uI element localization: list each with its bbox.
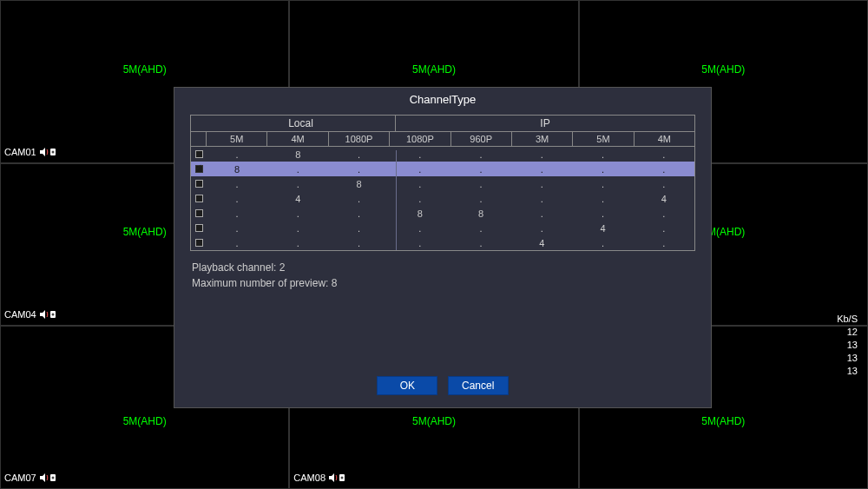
table-cell: . xyxy=(511,223,572,234)
checkbox-icon[interactable] xyxy=(195,224,203,232)
table-cell: . xyxy=(390,179,450,189)
row-checkbox[interactable] xyxy=(191,223,207,234)
checkbox-icon[interactable] xyxy=(195,209,203,217)
table-cell: . xyxy=(573,194,634,204)
speaker-icon xyxy=(39,148,56,158)
svg-point-1 xyxy=(51,150,54,153)
table-cell: . xyxy=(450,194,511,204)
table-cell: . xyxy=(390,194,450,204)
checkbox-icon[interactable] xyxy=(195,239,203,247)
table-cell: . xyxy=(329,194,390,204)
table-cell: . xyxy=(511,149,572,160)
table-cell: . xyxy=(634,179,694,189)
table-row[interactable]: .....4.. xyxy=(191,235,694,250)
group-local: Local xyxy=(207,116,396,131)
resolution-label: 5M(AHD) xyxy=(123,63,167,76)
dialog-buttons: OK Cancel xyxy=(174,376,711,407)
bitrate-value: 12 xyxy=(837,326,858,339)
table-cell: . xyxy=(511,179,572,189)
table-cell: . xyxy=(511,164,572,175)
table-cell: . xyxy=(267,208,328,219)
col-960p: 960P xyxy=(451,132,512,146)
table-cell: . xyxy=(207,149,267,160)
table-cell: . xyxy=(390,164,450,175)
table-cell: . xyxy=(207,238,267,248)
speaker-icon xyxy=(328,473,345,484)
table-cell: . xyxy=(267,179,328,189)
checkbox-icon[interactable] xyxy=(195,165,203,173)
table-row[interactable]: ...88... xyxy=(191,206,694,221)
checkbox-icon[interactable] xyxy=(195,195,203,202)
bitrate-value: 13 xyxy=(837,365,858,378)
resolution-label: 5M(AHD) xyxy=(701,63,745,76)
row-checkbox[interactable] xyxy=(191,164,207,175)
table-row[interactable]: 8....... xyxy=(191,162,694,176)
svg-point-3 xyxy=(51,314,54,316)
resolution-label: 5M(AHD) xyxy=(701,415,745,427)
resolution-label: 5M(AHD) xyxy=(412,415,456,427)
table-cell: . xyxy=(634,164,694,175)
row-checkbox[interactable] xyxy=(191,208,207,219)
row-checkbox[interactable] xyxy=(191,194,207,204)
table-cell: . xyxy=(450,223,511,234)
table-cell: . xyxy=(207,223,267,234)
checkbox-icon[interactable] xyxy=(195,180,203,188)
camera-label: CAM07 xyxy=(4,472,56,484)
camera-label: CAM01 xyxy=(4,147,56,158)
row-checkbox[interactable] xyxy=(191,179,207,189)
resolution-label: 5M(AHD) xyxy=(123,226,167,238)
table-cell: . xyxy=(329,223,390,234)
table-row[interactable]: ......4. xyxy=(191,221,694,235)
ok-button[interactable]: OK xyxy=(377,376,437,395)
table-row[interactable]: ..8..... xyxy=(191,176,694,191)
table-cell: . xyxy=(573,208,634,219)
table-cell: . xyxy=(511,194,572,204)
row-checkbox[interactable] xyxy=(191,238,207,248)
preview-info: Maximum number of preview: 8 xyxy=(192,275,694,291)
col-1080p: 1080P xyxy=(329,132,390,146)
table-cell: . xyxy=(207,179,267,189)
table-cell: . xyxy=(634,149,694,160)
row-checkbox[interactable] xyxy=(191,149,207,160)
col-3m: 3M xyxy=(512,132,573,146)
table-cell: . xyxy=(450,149,511,160)
speaker-icon xyxy=(39,473,56,484)
table-cell: . xyxy=(267,238,328,248)
col-4m-ip: 4M xyxy=(635,132,694,146)
col-4m: 4M xyxy=(267,132,328,146)
table-cell: . xyxy=(207,208,267,219)
camera-label: CAM08 xyxy=(293,472,345,484)
bitrate-value: 13 xyxy=(837,352,858,365)
table-cell: . xyxy=(450,238,511,248)
speaker-icon xyxy=(39,310,56,320)
table-cell: . xyxy=(207,194,267,204)
dialog-info: Playback channel: 2 Maximum number of pr… xyxy=(192,260,694,291)
resolution-label: 5M(AHD) xyxy=(123,415,167,427)
table-row[interactable]: .4.....4 xyxy=(191,191,694,206)
bitrate-title: Kb/S xyxy=(837,313,858,326)
table-cell: . xyxy=(329,238,390,248)
cancel-button[interactable]: Cancel xyxy=(448,376,509,395)
table-cell: . xyxy=(634,208,694,219)
col-1080p-ip: 1080P xyxy=(390,132,450,146)
group-ip: IP xyxy=(396,116,694,131)
svg-point-7 xyxy=(341,477,344,479)
table-cell: 8 xyxy=(329,179,390,189)
table-cell: . xyxy=(329,208,390,219)
channel-type-table: Local IP 5M 4M 1080P 1080P 960P 3M 5M 4M… xyxy=(190,115,695,251)
table-row[interactable]: .8...... xyxy=(191,147,694,162)
table-cell: . xyxy=(573,164,634,175)
table-cell: . xyxy=(267,223,328,234)
col-5m: 5M xyxy=(207,132,267,146)
table-cell: 8 xyxy=(390,208,450,219)
table-cell: . xyxy=(573,179,634,189)
checkbox-icon[interactable] xyxy=(195,150,203,158)
table-cell: 4 xyxy=(511,238,572,248)
table-cell: 8 xyxy=(207,164,267,175)
camera-label: CAM04 xyxy=(4,309,56,320)
table-cell: 4 xyxy=(634,194,694,204)
table-cell: . xyxy=(329,149,390,160)
table-cell: 4 xyxy=(573,223,634,234)
col-5m-ip: 5M xyxy=(573,132,634,146)
svg-point-5 xyxy=(51,477,54,479)
